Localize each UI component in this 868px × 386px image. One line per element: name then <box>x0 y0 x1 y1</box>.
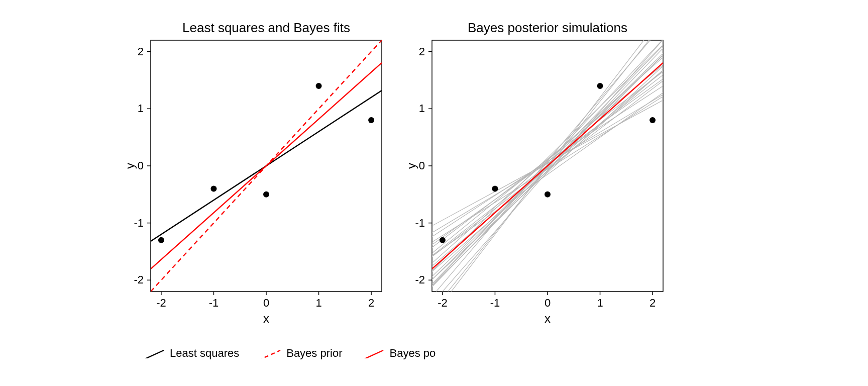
y-tick-label: 0 <box>124 159 144 172</box>
svg-line-55 <box>432 72 663 248</box>
chart-plot-area <box>151 40 382 292</box>
x-tick-label: -1 <box>490 297 500 310</box>
y-tick-label: -2 <box>405 273 425 286</box>
svg-point-62 <box>649 117 656 123</box>
svg-point-19 <box>368 117 374 123</box>
svg-line-45 <box>432 45 663 271</box>
legend-line-icon <box>360 348 384 358</box>
legend-label: Least squares <box>170 347 239 360</box>
chart-title: Least squares and Bayes fits <box>151 20 382 36</box>
legend-label: Bayes po <box>389 347 436 360</box>
svg-point-58 <box>440 237 446 243</box>
svg-line-65 <box>361 350 383 358</box>
x-axis-label: x <box>151 312 382 326</box>
legend-label: Bayes prior <box>286 347 342 360</box>
svg-point-59 <box>492 185 498 191</box>
svg-point-60 <box>545 191 551 198</box>
svg-point-61 <box>597 83 603 89</box>
svg-point-18 <box>316 83 322 89</box>
legend-item: Bayes prior <box>257 347 342 360</box>
y-tick-label: 1 <box>405 102 425 115</box>
x-tick-label: -2 <box>438 297 448 310</box>
y-tick-label: -1 <box>405 217 425 230</box>
x-tick-label: -2 <box>156 297 166 310</box>
legend-item: Least squares <box>141 347 239 360</box>
y-tick-label: -2 <box>124 273 144 286</box>
chart-title: Bayes posterior simulations <box>432 20 663 36</box>
x-tick-label: 2 <box>368 297 374 310</box>
legend-line-icon <box>141 348 165 358</box>
svg-line-42 <box>432 93 663 256</box>
y-tick-label: 1 <box>124 102 144 115</box>
svg-line-51 <box>432 79 663 245</box>
x-tick-label: 1 <box>315 297 321 310</box>
legend: Least squaresBayes priorBayes po <box>141 347 447 360</box>
x-tick-label: 1 <box>597 297 603 310</box>
svg-line-35 <box>432 40 663 304</box>
svg-line-53 <box>432 100 663 226</box>
svg-line-63 <box>142 350 164 358</box>
svg-point-15 <box>158 237 164 243</box>
y-tick-label: 2 <box>124 45 144 58</box>
svg-line-64 <box>258 350 280 358</box>
x-tick-label: -1 <box>209 297 219 310</box>
y-tick-label: 0 <box>405 159 425 172</box>
x-axis-label: x <box>432 312 663 326</box>
svg-line-33 <box>432 81 663 257</box>
legend-item: Bayes po <box>360 347 436 360</box>
x-tick-label: 0 <box>545 297 551 310</box>
svg-point-16 <box>210 185 216 191</box>
legend-line-icon <box>257 348 281 358</box>
svg-line-14 <box>151 63 382 269</box>
y-tick-label: 2 <box>405 45 425 58</box>
y-tick-label: -1 <box>124 217 144 230</box>
x-tick-label: 0 <box>263 297 269 310</box>
svg-line-41 <box>432 57 663 263</box>
svg-line-54 <box>432 70 663 271</box>
svg-line-39 <box>432 94 663 233</box>
svg-line-48 <box>432 96 663 242</box>
svg-line-49 <box>432 25 663 297</box>
svg-point-17 <box>263 191 269 198</box>
svg-line-34 <box>432 86 663 237</box>
svg-line-43 <box>432 39 663 285</box>
svg-line-57 <box>432 63 663 269</box>
chart-plot-area <box>432 40 663 292</box>
x-tick-label: 2 <box>649 297 656 310</box>
figure: Least squares and Bayes fits x y -2-1012… <box>0 0 868 386</box>
svg-line-50 <box>432 48 663 287</box>
